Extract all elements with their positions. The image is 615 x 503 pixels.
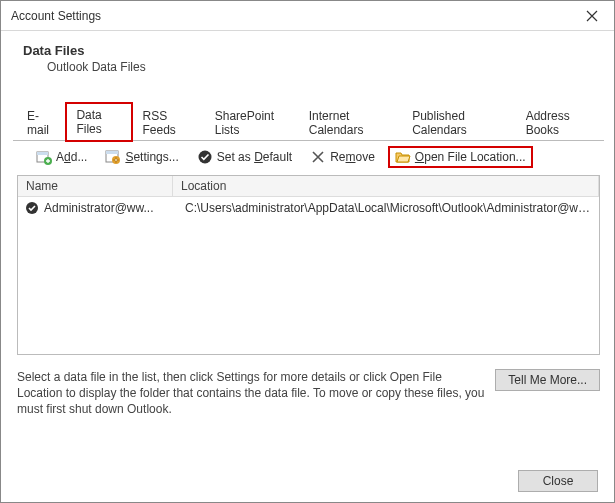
titlebar: Account Settings (1, 1, 615, 31)
description-text: Select a data file in the list, then cli… (17, 369, 485, 418)
tab-label: SharePoint Lists (215, 109, 274, 137)
check-icon (197, 149, 213, 165)
header-subtitle: Outlook Data Files (23, 60, 598, 74)
add-icon (36, 149, 52, 165)
footer-area: Select a data file in the list, then cli… (17, 369, 600, 418)
row-name-text: Administrator@ww... (44, 201, 154, 215)
svg-rect-1 (37, 152, 48, 155)
settings-button[interactable]: Settings... (98, 146, 185, 168)
tab-label: Data Files (76, 108, 101, 136)
tab-label: Published Calendars (412, 109, 467, 137)
tab-sharepoint-lists[interactable]: SharePoint Lists (205, 104, 298, 141)
close-button[interactable] (570, 2, 614, 30)
tell-me-more-button[interactable]: Tell Me More... (495, 369, 600, 391)
tab-data-files[interactable]: Data Files (66, 103, 131, 141)
button-label: Close (543, 474, 574, 488)
button-label: Add... (56, 150, 87, 164)
close-dialog-button[interactable]: Close (518, 470, 598, 492)
list-header: Name Location (18, 176, 599, 197)
tab-address-books[interactable]: Address Books (516, 104, 603, 141)
set-default-button[interactable]: Set as Default (190, 146, 299, 168)
button-label: Open File Location... (415, 150, 526, 164)
cell-name: Administrator@ww... (22, 200, 177, 216)
tab-rss-feeds[interactable]: RSS Feeds (133, 104, 204, 141)
default-check-icon (24, 200, 40, 216)
tab-label: RSS Feeds (143, 109, 176, 137)
cell-location: C:\Users\administrator\AppData\Local\Mic… (177, 201, 595, 215)
toolbar: Add... Settings... Set as Default Remove… (13, 141, 604, 173)
remove-icon (310, 149, 326, 165)
open-file-location-button[interactable]: Open File Location... (388, 146, 533, 168)
tab-label: Internet Calendars (309, 109, 364, 137)
button-label: Settings... (125, 150, 178, 164)
tab-internet-calendars[interactable]: Internet Calendars (299, 104, 401, 141)
svg-rect-4 (106, 151, 118, 154)
svg-point-6 (115, 159, 118, 162)
dialog-buttons: Close (518, 470, 598, 492)
data-files-list: Name Location Administrator@ww... C:\Use… (17, 175, 600, 355)
button-label: Set as Default (217, 150, 292, 164)
header: Data Files Outlook Data Files (1, 31, 615, 78)
remove-button[interactable]: Remove (303, 146, 382, 168)
tab-published-calendars[interactable]: Published Calendars (402, 104, 514, 141)
tab-label: Address Books (526, 109, 570, 137)
button-label: Tell Me More... (508, 373, 587, 387)
folder-open-icon (395, 149, 411, 165)
settings-icon (105, 149, 121, 165)
list-row[interactable]: Administrator@ww... C:\Users\administrat… (18, 197, 599, 219)
close-icon (584, 8, 600, 24)
header-title: Data Files (23, 43, 598, 58)
column-header-location[interactable]: Location (173, 176, 599, 196)
tab-email[interactable]: E-mail (17, 104, 65, 141)
tab-label: E-mail (27, 109, 49, 137)
column-header-name[interactable]: Name (18, 176, 173, 196)
tab-strip: E-mail Data Files RSS Feeds SharePoint L… (13, 102, 604, 141)
button-label: Remove (330, 150, 375, 164)
add-button[interactable]: Add... (29, 146, 94, 168)
window-title: Account Settings (11, 9, 570, 23)
